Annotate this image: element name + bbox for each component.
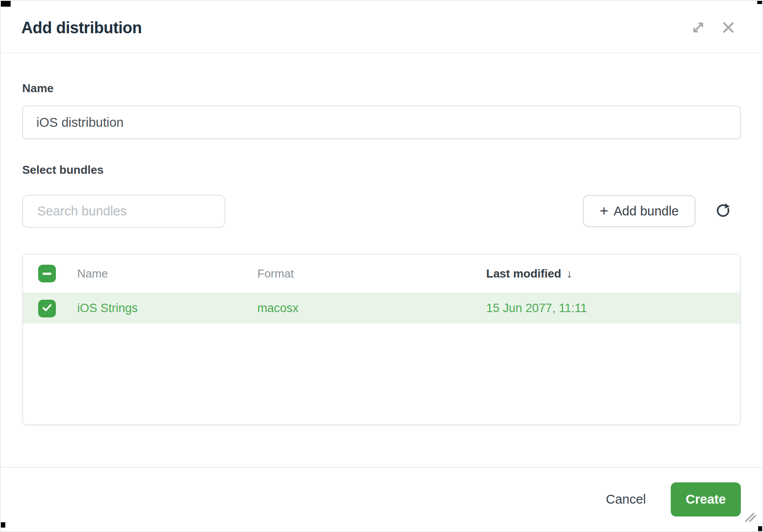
add-distribution-modal: Add distribution Name Select bundles xyxy=(0,0,763,532)
indeterminate-icon xyxy=(43,273,51,275)
select-bundles-label: Select bundles xyxy=(22,163,741,176)
table-header-row: Name Format Last modified ↓ xyxy=(23,254,740,293)
modal-title: Add distribution xyxy=(21,19,688,37)
row-checkbox[interactable] xyxy=(38,300,56,317)
distribution-name-input[interactable] xyxy=(22,106,741,139)
search-bundles-input[interactable] xyxy=(22,195,225,228)
bundle-controls-row: + Add bundle xyxy=(22,194,741,228)
modal-header: Add distribution xyxy=(1,1,762,53)
add-bundle-button[interactable]: + Add bundle xyxy=(583,195,696,227)
corner-artifact-bottom-left xyxy=(1,522,5,528)
checkmark-icon xyxy=(41,302,53,315)
table-row[interactable]: iOS Strings macosx 15 Jun 2077, 11:11 xyxy=(23,293,740,324)
add-bundle-label: Add bundle xyxy=(614,204,679,219)
bundle-last-modified-cell: 15 Jun 2077, 11:11 xyxy=(486,301,740,315)
corner-artifact-top-left xyxy=(1,1,11,7)
refresh-button[interactable] xyxy=(712,200,734,222)
cancel-button[interactable]: Cancel xyxy=(597,488,655,511)
close-button[interactable] xyxy=(719,18,738,38)
expand-icon xyxy=(689,19,707,38)
refresh-icon xyxy=(714,202,732,221)
select-all-checkbox[interactable] xyxy=(38,265,56,282)
bundle-format-cell: macosx xyxy=(257,301,486,315)
bundle-name-cell: iOS Strings xyxy=(77,301,257,315)
create-button[interactable]: Create xyxy=(671,482,741,516)
column-header-format[interactable]: Format xyxy=(257,267,486,281)
resize-handle[interactable] xyxy=(744,512,757,524)
column-header-last-modified[interactable]: Last modified ↓ xyxy=(486,267,740,281)
corner-artifact-bottom-right xyxy=(758,526,762,531)
expand-button[interactable] xyxy=(688,18,708,38)
sort-desc-icon: ↓ xyxy=(566,267,572,281)
close-icon xyxy=(720,20,736,37)
column-header-last-modified-label: Last modified xyxy=(486,267,561,281)
column-header-name[interactable]: Name xyxy=(77,267,257,281)
modal-body: Name Select bundles + Add bundle xyxy=(1,54,762,425)
name-label: Name xyxy=(22,82,741,95)
bundles-table: Name Format Last modified ↓ iOS Strings … xyxy=(22,254,741,425)
corner-artifact-top-right xyxy=(757,1,762,4)
plus-icon: + xyxy=(600,203,608,218)
modal-footer: Cancel Create xyxy=(1,467,762,531)
